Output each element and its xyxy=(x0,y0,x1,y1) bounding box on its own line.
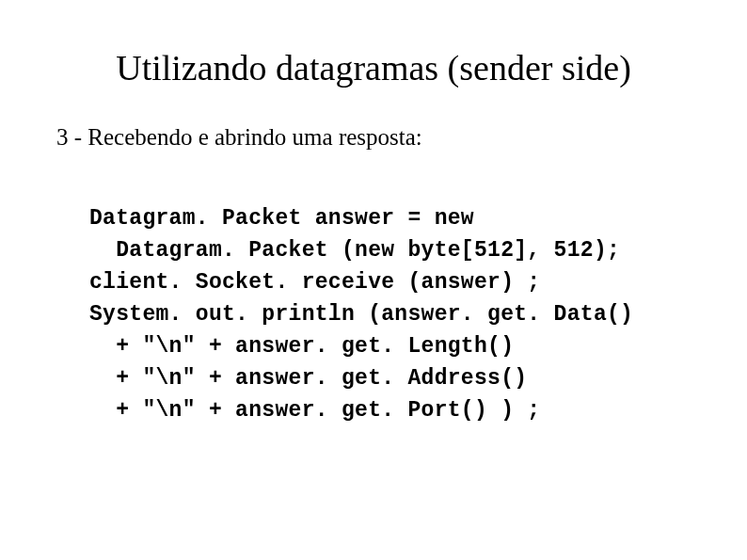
slide-subtitle: 3 - Recebendo e abrindo uma resposta: xyxy=(56,124,681,151)
slide-title: Utilizando datagramas (sender side) xyxy=(66,47,681,88)
code-block: Datagram. Packet answer = new Datagram. … xyxy=(89,202,681,426)
